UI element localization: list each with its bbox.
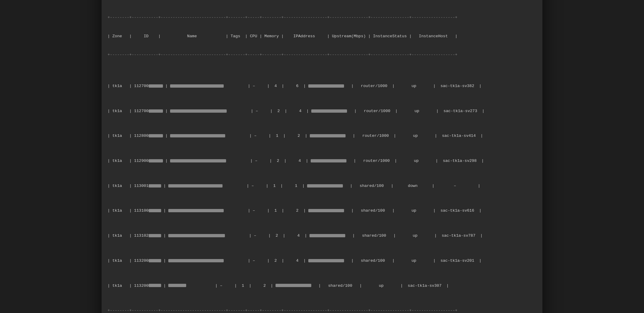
table-row: | tk1a | 113102 | | – | 2 | 4 | | shared… [108, 233, 536, 239]
server-table: +--------+-----------+------------------… [108, 2, 536, 313]
terminal-body[interactable]: [sakura@home ~]$ usacloud server list +-… [102, 0, 542, 313]
table-row: | tk1a | 113001 | | – | 1 | 1 | | shared… [108, 183, 536, 189]
table-row: | tk1a | 113200 | | – | 1 | 2 | | shared… [108, 283, 536, 289]
table-bottom-border: +--------+-----------+------------------… [108, 308, 536, 313]
table-row: | tk1a | 112900 | | – | 2 | 4 | | router… [108, 158, 536, 164]
terminal-window: ~ — sakura@home:~ — ssh -l sakura — 137×… [102, 0, 542, 313]
table-header-border: +--------+-----------+------------------… [108, 52, 536, 58]
table-top-border: +--------+-----------+------------------… [108, 15, 536, 21]
table-row: | tk1a | 113100 | | – | 1 | 2 | | shared… [108, 208, 536, 214]
table-header: | Zone | ID | Name | Tags | CPU | Memory… [108, 33, 536, 40]
table-row: | tk1a | 112700 | | – | 4 | 6 | | router… [108, 83, 536, 89]
table-row: | tk1a | 112800 | | – | 1 | 2 | | router… [108, 133, 536, 139]
command-line: [sakura@home ~]$ usacloud server list [108, 0, 536, 1]
table-row: | tk1a | 113200 | | – | 2 | 4 | | shared… [108, 258, 536, 264]
table-row: | tk1a | 112700 | | – | 2 | 4 | | router… [108, 108, 536, 114]
